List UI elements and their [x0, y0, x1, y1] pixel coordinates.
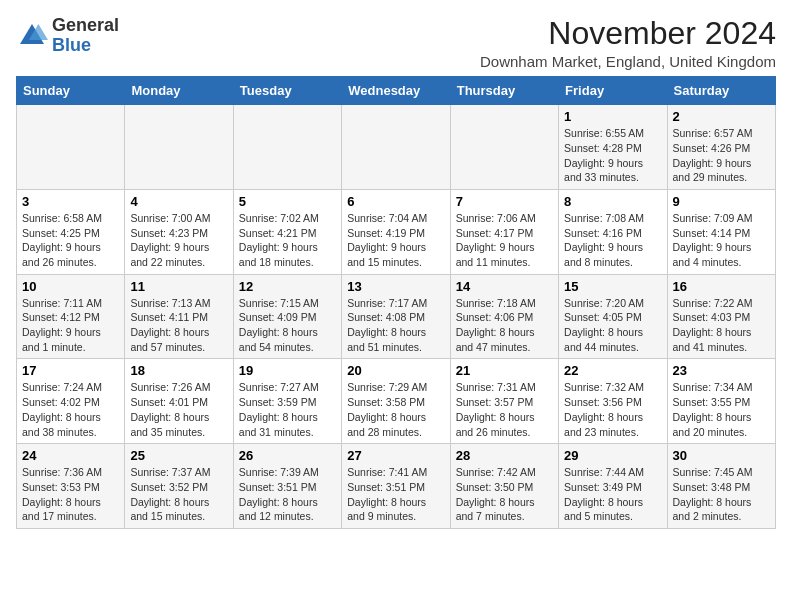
calendar-cell: 28Sunrise: 7:42 AM Sunset: 3:50 PM Dayli… — [450, 444, 558, 529]
col-header-saturday: Saturday — [667, 77, 775, 105]
calendar-cell: 19Sunrise: 7:27 AM Sunset: 3:59 PM Dayli… — [233, 359, 341, 444]
calendar-cell: 3Sunrise: 6:58 AM Sunset: 4:25 PM Daylig… — [17, 189, 125, 274]
day-info: Sunrise: 7:11 AM Sunset: 4:12 PM Dayligh… — [22, 296, 119, 355]
calendar-cell: 4Sunrise: 7:00 AM Sunset: 4:23 PM Daylig… — [125, 189, 233, 274]
day-number: 25 — [130, 448, 227, 463]
day-number: 15 — [564, 279, 661, 294]
col-header-monday: Monday — [125, 77, 233, 105]
day-info: Sunrise: 7:04 AM Sunset: 4:19 PM Dayligh… — [347, 211, 444, 270]
day-info: Sunrise: 7:08 AM Sunset: 4:16 PM Dayligh… — [564, 211, 661, 270]
calendar-cell: 30Sunrise: 7:45 AM Sunset: 3:48 PM Dayli… — [667, 444, 775, 529]
col-header-sunday: Sunday — [17, 77, 125, 105]
calendar-cell: 10Sunrise: 7:11 AM Sunset: 4:12 PM Dayli… — [17, 274, 125, 359]
calendar-cell: 12Sunrise: 7:15 AM Sunset: 4:09 PM Dayli… — [233, 274, 341, 359]
day-info: Sunrise: 7:29 AM Sunset: 3:58 PM Dayligh… — [347, 380, 444, 439]
day-info: Sunrise: 7:00 AM Sunset: 4:23 PM Dayligh… — [130, 211, 227, 270]
calendar-cell — [233, 105, 341, 190]
logo-blue-text: Blue — [52, 36, 119, 56]
day-info: Sunrise: 7:26 AM Sunset: 4:01 PM Dayligh… — [130, 380, 227, 439]
day-number: 12 — [239, 279, 336, 294]
day-info: Sunrise: 7:44 AM Sunset: 3:49 PM Dayligh… — [564, 465, 661, 524]
calendar-week-row: 3Sunrise: 6:58 AM Sunset: 4:25 PM Daylig… — [17, 189, 776, 274]
calendar-cell: 20Sunrise: 7:29 AM Sunset: 3:58 PM Dayli… — [342, 359, 450, 444]
calendar-cell: 23Sunrise: 7:34 AM Sunset: 3:55 PM Dayli… — [667, 359, 775, 444]
day-info: Sunrise: 7:18 AM Sunset: 4:06 PM Dayligh… — [456, 296, 553, 355]
day-number: 29 — [564, 448, 661, 463]
calendar-week-row: 10Sunrise: 7:11 AM Sunset: 4:12 PM Dayli… — [17, 274, 776, 359]
day-number: 28 — [456, 448, 553, 463]
col-header-wednesday: Wednesday — [342, 77, 450, 105]
day-info: Sunrise: 6:58 AM Sunset: 4:25 PM Dayligh… — [22, 211, 119, 270]
calendar-cell: 15Sunrise: 7:20 AM Sunset: 4:05 PM Dayli… — [559, 274, 667, 359]
calendar-cell: 14Sunrise: 7:18 AM Sunset: 4:06 PM Dayli… — [450, 274, 558, 359]
calendar-cell: 17Sunrise: 7:24 AM Sunset: 4:02 PM Dayli… — [17, 359, 125, 444]
calendar-week-row: 24Sunrise: 7:36 AM Sunset: 3:53 PM Dayli… — [17, 444, 776, 529]
calendar-cell: 7Sunrise: 7:06 AM Sunset: 4:17 PM Daylig… — [450, 189, 558, 274]
day-number: 27 — [347, 448, 444, 463]
day-number: 22 — [564, 363, 661, 378]
calendar-header-row: SundayMondayTuesdayWednesdayThursdayFrid… — [17, 77, 776, 105]
calendar-cell: 25Sunrise: 7:37 AM Sunset: 3:52 PM Dayli… — [125, 444, 233, 529]
calendar-cell — [125, 105, 233, 190]
day-number: 11 — [130, 279, 227, 294]
day-info: Sunrise: 7:15 AM Sunset: 4:09 PM Dayligh… — [239, 296, 336, 355]
calendar-cell: 2Sunrise: 6:57 AM Sunset: 4:26 PM Daylig… — [667, 105, 775, 190]
day-info: Sunrise: 7:13 AM Sunset: 4:11 PM Dayligh… — [130, 296, 227, 355]
calendar-cell — [17, 105, 125, 190]
calendar-cell: 29Sunrise: 7:44 AM Sunset: 3:49 PM Dayli… — [559, 444, 667, 529]
day-number: 10 — [22, 279, 119, 294]
col-header-friday: Friday — [559, 77, 667, 105]
day-info: Sunrise: 7:37 AM Sunset: 3:52 PM Dayligh… — [130, 465, 227, 524]
calendar-cell: 8Sunrise: 7:08 AM Sunset: 4:16 PM Daylig… — [559, 189, 667, 274]
day-info: Sunrise: 7:27 AM Sunset: 3:59 PM Dayligh… — [239, 380, 336, 439]
logo-icon — [16, 20, 48, 52]
day-number: 13 — [347, 279, 444, 294]
day-number: 6 — [347, 194, 444, 209]
day-info: Sunrise: 6:55 AM Sunset: 4:28 PM Dayligh… — [564, 126, 661, 185]
col-header-tuesday: Tuesday — [233, 77, 341, 105]
day-info: Sunrise: 7:31 AM Sunset: 3:57 PM Dayligh… — [456, 380, 553, 439]
calendar-table: SundayMondayTuesdayWednesdayThursdayFrid… — [16, 76, 776, 529]
header: General Blue November 2024 Downham Marke… — [16, 16, 776, 70]
day-number: 21 — [456, 363, 553, 378]
day-number: 17 — [22, 363, 119, 378]
day-number: 24 — [22, 448, 119, 463]
day-number: 19 — [239, 363, 336, 378]
calendar-cell: 13Sunrise: 7:17 AM Sunset: 4:08 PM Dayli… — [342, 274, 450, 359]
day-number: 14 — [456, 279, 553, 294]
month-title: November 2024 — [480, 16, 776, 51]
day-number: 20 — [347, 363, 444, 378]
day-info: Sunrise: 7:09 AM Sunset: 4:14 PM Dayligh… — [673, 211, 770, 270]
day-info: Sunrise: 7:41 AM Sunset: 3:51 PM Dayligh… — [347, 465, 444, 524]
calendar-cell: 22Sunrise: 7:32 AM Sunset: 3:56 PM Dayli… — [559, 359, 667, 444]
day-info: Sunrise: 7:02 AM Sunset: 4:21 PM Dayligh… — [239, 211, 336, 270]
calendar-cell: 24Sunrise: 7:36 AM Sunset: 3:53 PM Dayli… — [17, 444, 125, 529]
day-info: Sunrise: 7:39 AM Sunset: 3:51 PM Dayligh… — [239, 465, 336, 524]
calendar-cell: 26Sunrise: 7:39 AM Sunset: 3:51 PM Dayli… — [233, 444, 341, 529]
calendar-cell: 11Sunrise: 7:13 AM Sunset: 4:11 PM Dayli… — [125, 274, 233, 359]
day-info: Sunrise: 6:57 AM Sunset: 4:26 PM Dayligh… — [673, 126, 770, 185]
day-number: 4 — [130, 194, 227, 209]
day-info: Sunrise: 7:06 AM Sunset: 4:17 PM Dayligh… — [456, 211, 553, 270]
day-number: 8 — [564, 194, 661, 209]
day-info: Sunrise: 7:17 AM Sunset: 4:08 PM Dayligh… — [347, 296, 444, 355]
day-info: Sunrise: 7:34 AM Sunset: 3:55 PM Dayligh… — [673, 380, 770, 439]
calendar-cell — [450, 105, 558, 190]
logo: General Blue — [16, 16, 119, 56]
day-number: 2 — [673, 109, 770, 124]
day-number: 7 — [456, 194, 553, 209]
day-info: Sunrise: 7:36 AM Sunset: 3:53 PM Dayligh… — [22, 465, 119, 524]
day-number: 18 — [130, 363, 227, 378]
calendar-cell: 18Sunrise: 7:26 AM Sunset: 4:01 PM Dayli… — [125, 359, 233, 444]
day-number: 5 — [239, 194, 336, 209]
calendar-week-row: 1Sunrise: 6:55 AM Sunset: 4:28 PM Daylig… — [17, 105, 776, 190]
day-info: Sunrise: 7:42 AM Sunset: 3:50 PM Dayligh… — [456, 465, 553, 524]
day-number: 30 — [673, 448, 770, 463]
day-number: 26 — [239, 448, 336, 463]
day-info: Sunrise: 7:32 AM Sunset: 3:56 PM Dayligh… — [564, 380, 661, 439]
day-number: 1 — [564, 109, 661, 124]
calendar-cell: 21Sunrise: 7:31 AM Sunset: 3:57 PM Dayli… — [450, 359, 558, 444]
logo-general-text: General — [52, 16, 119, 36]
calendar-cell: 27Sunrise: 7:41 AM Sunset: 3:51 PM Dayli… — [342, 444, 450, 529]
day-info: Sunrise: 7:20 AM Sunset: 4:05 PM Dayligh… — [564, 296, 661, 355]
